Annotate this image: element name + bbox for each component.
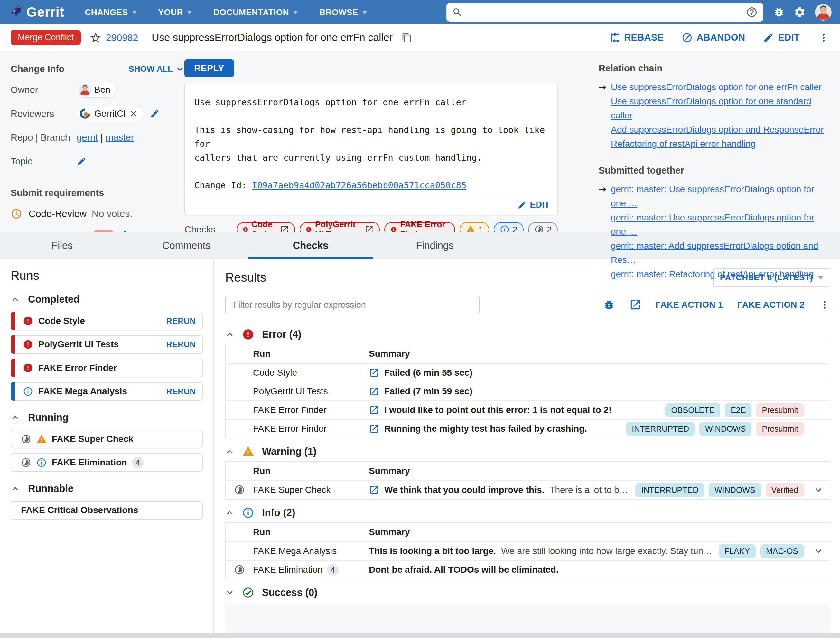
external-link-icon[interactable] xyxy=(629,299,641,311)
bug-report-icon[interactable] xyxy=(603,299,615,311)
result-tag: WINDOWS xyxy=(699,422,752,436)
tab-checks[interactable]: Checks xyxy=(248,232,373,259)
nav-changes[interactable]: CHANGES xyxy=(85,7,137,17)
run-card-fake-error-finder[interactable]: FAKE Error Finder xyxy=(11,358,203,377)
edit-commit-message-button[interactable]: EDIT xyxy=(518,200,550,210)
reviewer-chip[interactable]: GerritCI xyxy=(77,106,144,122)
fake-action-2-button[interactable]: FAKE ACTION 2 xyxy=(737,300,805,310)
show-all-button[interactable]: SHOW ALL xyxy=(128,64,185,74)
runnable-group-header[interactable]: Runnable xyxy=(11,483,203,494)
settings-gear-icon[interactable] xyxy=(794,6,806,18)
error-icon xyxy=(23,316,33,326)
external-link-icon[interactable] xyxy=(369,368,379,378)
copy-icon[interactable] xyxy=(402,33,412,43)
run-card-fake-elimination[interactable]: FAKE Elimination 4 xyxy=(11,453,203,472)
top-bar: Gerrit CHANGES YOUR DOCUMENTATION BROWSE xyxy=(0,0,840,24)
fake-action-1-button[interactable]: FAKE ACTION 1 xyxy=(655,300,723,310)
tab-findings[interactable]: Findings xyxy=(373,232,497,259)
run-card-polygerrit-ui-tests[interactable]: PolyGerrit UI Tests RERUN xyxy=(11,335,203,354)
warning-section-header[interactable]: Warning (1) xyxy=(225,445,831,458)
nav-documentation[interactable]: DOCUMENTATION xyxy=(213,7,298,17)
result-row: Code Style Failed (6 min 55 sec) xyxy=(226,363,830,382)
help-icon[interactable] xyxy=(746,6,758,18)
chevron-down-icon xyxy=(187,11,192,14)
warning-results-table: Run Summary FAKE Super Check We think th… xyxy=(225,461,831,500)
owner-avatar xyxy=(79,84,91,96)
star-icon[interactable] xyxy=(89,31,102,44)
result-row: FAKE Mega Analysis This is looking a bit… xyxy=(226,542,830,560)
run-card-fake-critical-observations[interactable]: FAKE Critical Observations xyxy=(11,501,203,520)
info-icon xyxy=(23,386,33,396)
submitted-together-list: ➞gerrit: master: Use suppressErrorDialog… xyxy=(598,183,831,282)
status-bar xyxy=(11,312,15,330)
current-change-arrow: ➞ xyxy=(598,183,606,196)
rebase-icon xyxy=(609,32,620,43)
more-options-icon[interactable] xyxy=(819,299,831,311)
tab-comments[interactable]: Comments xyxy=(124,232,248,259)
relation-chain-list: ➞Use suppressErrorDialogs option for one… xyxy=(598,81,831,152)
checks-content: Runs Completed Code Style RERUN PolyGerr… xyxy=(0,259,840,633)
tab-files[interactable]: Files xyxy=(0,232,124,259)
external-link-icon[interactable] xyxy=(369,423,379,434)
run-card-fake-super-check[interactable]: FAKE Super Check xyxy=(11,430,203,448)
run-card-code-style[interactable]: Code Style RERUN xyxy=(11,312,203,330)
info-section-header[interactable]: Info (2) xyxy=(225,507,831,519)
more-options-icon[interactable] xyxy=(818,32,829,43)
result-tag: WINDOWS xyxy=(709,483,761,497)
run-card-fake-mega-analysis[interactable]: FAKE Mega Analysis RERUN xyxy=(11,382,203,401)
nav-browse[interactable]: BROWSE xyxy=(319,7,367,17)
relation-item: Refactoring of restApi error handling xyxy=(598,137,831,152)
search-input[interactable] xyxy=(467,7,742,17)
rerun-button[interactable]: RERUN xyxy=(166,316,202,326)
success-section-header[interactable]: Success (0) xyxy=(225,586,831,599)
bug-report-icon[interactable] xyxy=(773,6,785,18)
gerrit-logo[interactable]: Gerrit xyxy=(8,5,64,20)
edit-topic-icon[interactable] xyxy=(77,156,86,166)
external-link-icon[interactable] xyxy=(369,386,379,396)
rerun-button[interactable]: RERUN xyxy=(166,387,202,396)
no-votes-text: No votes. xyxy=(92,208,133,219)
gerrit-app: Gerrit CHANGES YOUR DOCUMENTATION BROWSE xyxy=(0,0,840,638)
result-row: FAKE Super Check We think that you could… xyxy=(226,480,830,499)
search-icon xyxy=(452,7,463,17)
external-link-icon[interactable] xyxy=(369,405,379,415)
abandon-button[interactable]: ABANDON xyxy=(682,32,745,43)
expand-row-icon[interactable] xyxy=(814,485,823,495)
result-row: FAKE Elimination 4 Dont be afraid. All T… xyxy=(226,560,830,579)
error-icon xyxy=(242,328,254,341)
change-header: Merge Conflict 290982 Use suppressErrorD… xyxy=(0,24,840,51)
change-id-link[interactable]: I09a7aeb9a4d02ab726a56bebb00a571cca050c8… xyxy=(252,180,466,190)
user-avatar[interactable] xyxy=(815,4,832,21)
owner-chip[interactable]: Ben xyxy=(77,82,117,98)
edit-reviewers-icon[interactable] xyxy=(150,109,159,118)
repo-link[interactable]: gerrit xyxy=(77,132,98,142)
chevron-up-icon xyxy=(225,508,234,517)
success-icon xyxy=(242,586,254,599)
topbar-icons xyxy=(773,4,832,21)
rebase-button[interactable]: REBASE xyxy=(609,32,664,43)
reply-button[interactable]: REPLY xyxy=(185,59,234,77)
edit-button[interactable]: EDIT xyxy=(763,32,800,43)
commit-message-panel: REPLY Use suppressErrorDialogs option fo… xyxy=(185,59,558,232)
completed-group-header[interactable]: Completed xyxy=(11,294,203,305)
app-title: Gerrit xyxy=(26,5,64,20)
result-tag: OBSOLETE xyxy=(665,403,720,417)
gerrit-bird-icon xyxy=(8,5,22,19)
error-section-header[interactable]: Error (4) xyxy=(225,328,831,341)
expand-row-icon[interactable] xyxy=(814,546,823,556)
nav-your[interactable]: YOUR xyxy=(158,7,193,17)
commit-message-text: Use suppressErrorDialogs option for one … xyxy=(185,83,557,195)
window-scrollbar-strip[interactable] xyxy=(0,633,840,638)
rerun-button[interactable]: RERUN xyxy=(166,340,202,349)
running-group-header[interactable]: Running xyxy=(11,412,203,423)
remove-reviewer-icon[interactable] xyxy=(129,109,138,118)
attempts-badge: 4 xyxy=(132,457,144,468)
results-filter-input[interactable] xyxy=(225,295,480,314)
external-link-icon[interactable] xyxy=(369,485,379,495)
table-header-row: Run Summary xyxy=(226,523,830,542)
change-number-link[interactable]: 290982 xyxy=(106,32,138,43)
branch-link[interactable]: master xyxy=(106,132,134,142)
reviewers-row: Reviewers GerritCI xyxy=(11,105,185,122)
chevron-up-icon xyxy=(11,295,20,304)
chevron-up-icon xyxy=(11,413,20,422)
